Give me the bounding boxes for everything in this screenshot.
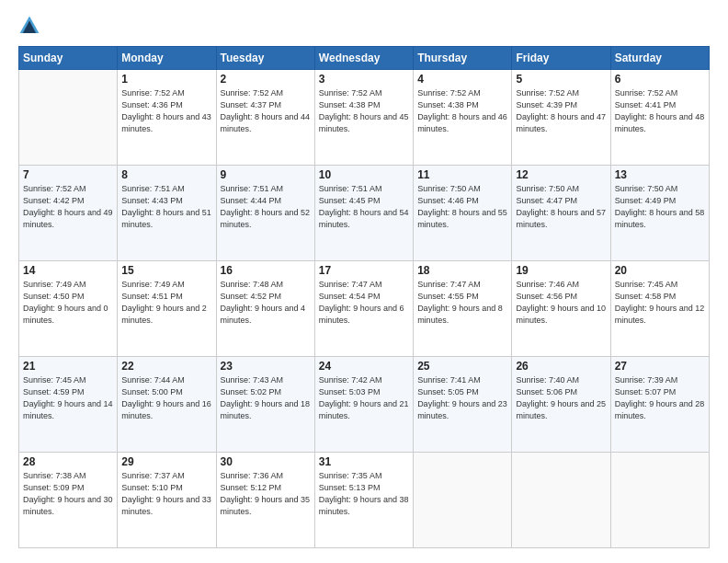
calendar-cell: 23Sunrise: 7:43 AM Sunset: 5:02 PM Dayli… <box>216 357 314 453</box>
calendar-day-header: Sunday <box>19 47 118 70</box>
day-info: Sunrise: 7:52 AM Sunset: 4:36 PM Dayligh… <box>121 87 211 135</box>
day-info: Sunrise: 7:38 AM Sunset: 5:09 PM Dayligh… <box>23 470 113 518</box>
calendar-cell: 12Sunrise: 7:50 AM Sunset: 4:47 PM Dayli… <box>512 166 610 261</box>
calendar-week-row: 28Sunrise: 7:38 AM Sunset: 5:09 PM Dayli… <box>19 453 710 548</box>
day-info: Sunrise: 7:41 AM Sunset: 5:05 PM Dayligh… <box>417 374 507 422</box>
day-info: Sunrise: 7:47 AM Sunset: 4:54 PM Dayligh… <box>319 279 409 327</box>
calendar-cell: 21Sunrise: 7:45 AM Sunset: 4:59 PM Dayli… <box>19 357 118 453</box>
calendar-cell: 5Sunrise: 7:52 AM Sunset: 4:39 PM Daylig… <box>512 70 610 166</box>
calendar-day-header: Tuesday <box>216 47 314 70</box>
day-info: Sunrise: 7:48 AM Sunset: 4:52 PM Dayligh… <box>221 279 311 327</box>
calendar-cell: 17Sunrise: 7:47 AM Sunset: 4:54 PM Dayli… <box>314 261 413 357</box>
calendar-cell <box>512 453 610 548</box>
day-number: 17 <box>319 264 409 277</box>
day-number: 20 <box>615 264 705 277</box>
day-info: Sunrise: 7:51 AM Sunset: 4:45 PM Dayligh… <box>319 183 409 231</box>
day-number: 26 <box>516 360 606 373</box>
calendar-week-row: 21Sunrise: 7:45 AM Sunset: 4:59 PM Dayli… <box>19 357 710 453</box>
day-info: Sunrise: 7:49 AM Sunset: 4:51 PM Dayligh… <box>121 279 211 327</box>
calendar-cell: 3Sunrise: 7:52 AM Sunset: 4:38 PM Daylig… <box>314 70 413 166</box>
page: SundayMondayTuesdayWednesdayThursdayFrid… <box>0 0 728 563</box>
calendar-cell: 8Sunrise: 7:51 AM Sunset: 4:43 PM Daylig… <box>118 166 216 261</box>
day-info: Sunrise: 7:52 AM Sunset: 4:42 PM Dayligh… <box>23 183 113 231</box>
calendar-cell: 30Sunrise: 7:36 AM Sunset: 5:12 PM Dayli… <box>216 453 314 548</box>
day-info: Sunrise: 7:49 AM Sunset: 4:50 PM Dayligh… <box>23 279 113 327</box>
day-number: 18 <box>417 264 507 277</box>
day-number: 4 <box>417 73 507 86</box>
day-info: Sunrise: 7:52 AM Sunset: 4:38 PM Dayligh… <box>417 87 507 135</box>
day-number: 30 <box>221 455 311 468</box>
calendar-cell: 26Sunrise: 7:40 AM Sunset: 5:06 PM Dayli… <box>512 357 610 453</box>
day-number: 19 <box>516 264 606 277</box>
day-number: 9 <box>221 168 311 181</box>
day-info: Sunrise: 7:35 AM Sunset: 5:13 PM Dayligh… <box>319 470 409 518</box>
calendar-cell: 29Sunrise: 7:37 AM Sunset: 5:10 PM Dayli… <box>118 453 216 548</box>
calendar-cell: 7Sunrise: 7:52 AM Sunset: 4:42 PM Daylig… <box>19 166 118 261</box>
calendar-body: 1Sunrise: 7:52 AM Sunset: 4:36 PM Daylig… <box>19 70 710 548</box>
calendar-cell <box>19 70 118 166</box>
calendar-week-row: 14Sunrise: 7:49 AM Sunset: 4:50 PM Dayli… <box>19 261 710 357</box>
day-number: 14 <box>23 264 113 277</box>
calendar-cell <box>610 453 709 548</box>
day-info: Sunrise: 7:40 AM Sunset: 5:06 PM Dayligh… <box>516 374 606 422</box>
day-number: 27 <box>615 360 705 373</box>
day-info: Sunrise: 7:43 AM Sunset: 5:02 PM Dayligh… <box>221 374 311 422</box>
calendar-cell: 16Sunrise: 7:48 AM Sunset: 4:52 PM Dayli… <box>216 261 314 357</box>
calendar-cell: 1Sunrise: 7:52 AM Sunset: 4:36 PM Daylig… <box>118 70 216 166</box>
day-number: 5 <box>516 73 606 86</box>
day-info: Sunrise: 7:46 AM Sunset: 4:56 PM Dayligh… <box>516 279 606 327</box>
calendar-cell: 15Sunrise: 7:49 AM Sunset: 4:51 PM Dayli… <box>118 261 216 357</box>
calendar-cell: 6Sunrise: 7:52 AM Sunset: 4:41 PM Daylig… <box>610 70 709 166</box>
day-info: Sunrise: 7:45 AM Sunset: 4:59 PM Dayligh… <box>23 374 113 422</box>
day-info: Sunrise: 7:36 AM Sunset: 5:12 PM Dayligh… <box>221 470 311 518</box>
day-info: Sunrise: 7:44 AM Sunset: 5:00 PM Dayligh… <box>121 374 211 422</box>
calendar-cell: 25Sunrise: 7:41 AM Sunset: 5:05 PM Dayli… <box>414 357 512 453</box>
calendar-cell: 22Sunrise: 7:44 AM Sunset: 5:00 PM Dayli… <box>118 357 216 453</box>
day-info: Sunrise: 7:52 AM Sunset: 4:38 PM Dayligh… <box>319 87 409 135</box>
calendar-cell: 9Sunrise: 7:51 AM Sunset: 4:44 PM Daylig… <box>216 166 314 261</box>
day-info: Sunrise: 7:50 AM Sunset: 4:49 PM Dayligh… <box>615 183 705 231</box>
day-number: 13 <box>615 168 705 181</box>
calendar-day-header: Thursday <box>414 47 512 70</box>
day-number: 15 <box>121 264 211 277</box>
calendar-cell: 10Sunrise: 7:51 AM Sunset: 4:45 PM Dayli… <box>314 166 413 261</box>
day-number: 24 <box>319 360 409 373</box>
logo-icon <box>18 15 40 37</box>
day-info: Sunrise: 7:52 AM Sunset: 4:39 PM Dayligh… <box>516 87 606 135</box>
day-info: Sunrise: 7:51 AM Sunset: 4:44 PM Dayligh… <box>221 183 311 231</box>
calendar-cell: 4Sunrise: 7:52 AM Sunset: 4:38 PM Daylig… <box>414 70 512 166</box>
logo <box>18 15 44 37</box>
calendar-cell: 28Sunrise: 7:38 AM Sunset: 5:09 PM Dayli… <box>19 453 118 548</box>
calendar-cell <box>414 453 512 548</box>
day-number: 3 <box>319 73 409 86</box>
day-info: Sunrise: 7:50 AM Sunset: 4:46 PM Dayligh… <box>417 183 507 231</box>
day-number: 12 <box>516 168 606 181</box>
day-info: Sunrise: 7:52 AM Sunset: 4:41 PM Dayligh… <box>615 87 705 135</box>
calendar-cell: 18Sunrise: 7:47 AM Sunset: 4:55 PM Dayli… <box>414 261 512 357</box>
header <box>18 15 710 37</box>
calendar-cell: 13Sunrise: 7:50 AM Sunset: 4:49 PM Dayli… <box>610 166 709 261</box>
day-number: 22 <box>121 360 211 373</box>
day-number: 25 <box>417 360 507 373</box>
day-number: 16 <box>221 264 311 277</box>
day-number: 11 <box>417 168 507 181</box>
day-number: 6 <box>615 73 705 86</box>
day-info: Sunrise: 7:37 AM Sunset: 5:10 PM Dayligh… <box>121 470 211 518</box>
day-number: 31 <box>319 455 409 468</box>
day-number: 2 <box>221 73 311 86</box>
calendar-week-row: 1Sunrise: 7:52 AM Sunset: 4:36 PM Daylig… <box>19 70 710 166</box>
day-number: 10 <box>319 168 409 181</box>
day-number: 21 <box>23 360 113 373</box>
day-number: 28 <box>23 455 113 468</box>
day-info: Sunrise: 7:52 AM Sunset: 4:37 PM Dayligh… <box>221 87 311 135</box>
calendar-cell: 11Sunrise: 7:50 AM Sunset: 4:46 PM Dayli… <box>414 166 512 261</box>
calendar-cell: 27Sunrise: 7:39 AM Sunset: 5:07 PM Dayli… <box>610 357 709 453</box>
calendar-cell: 19Sunrise: 7:46 AM Sunset: 4:56 PM Dayli… <box>512 261 610 357</box>
calendar-cell: 20Sunrise: 7:45 AM Sunset: 4:58 PM Dayli… <box>610 261 709 357</box>
day-number: 8 <box>121 168 211 181</box>
calendar-day-header: Saturday <box>610 47 709 70</box>
day-info: Sunrise: 7:45 AM Sunset: 4:58 PM Dayligh… <box>615 279 705 327</box>
day-info: Sunrise: 7:42 AM Sunset: 5:03 PM Dayligh… <box>319 374 409 422</box>
calendar-cell: 14Sunrise: 7:49 AM Sunset: 4:50 PM Dayli… <box>19 261 118 357</box>
calendar-cell: 31Sunrise: 7:35 AM Sunset: 5:13 PM Dayli… <box>314 453 413 548</box>
